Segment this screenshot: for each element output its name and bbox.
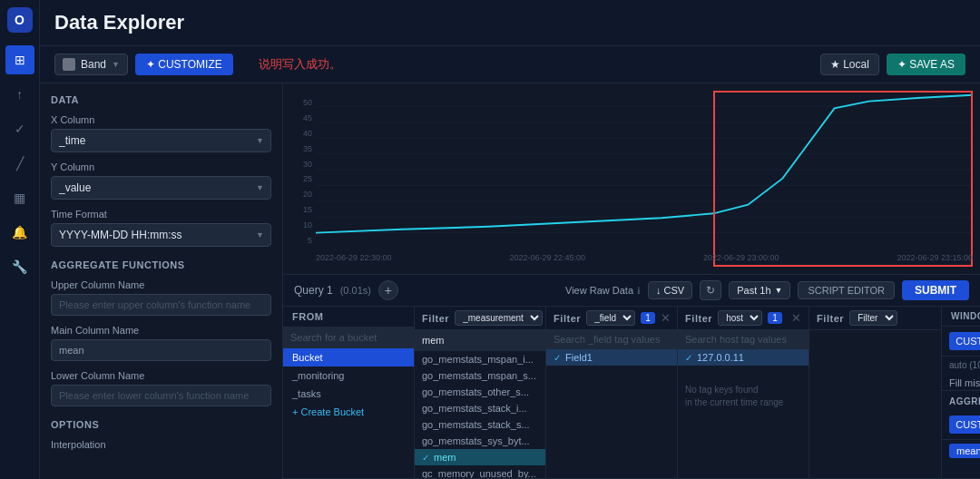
left-panel: Data X Column _time Y Column _value Time… bbox=[40, 83, 283, 479]
filter-label-1: Filter bbox=[422, 313, 449, 324]
y-label-40: 40 bbox=[290, 129, 316, 138]
band-select[interactable]: Band ▼ bbox=[54, 54, 128, 75]
upper-column-input[interactable] bbox=[51, 294, 271, 316]
sidebar-item-calendar[interactable]: ▦ bbox=[5, 183, 34, 212]
x-column-label: X Column bbox=[51, 114, 271, 125]
no-tag-message: No tag keys foundin the current time ran… bbox=[678, 366, 808, 413]
field-dropdown[interactable]: _field bbox=[586, 310, 635, 326]
lower-column-label: Lower Column Name bbox=[51, 370, 271, 381]
y-column-select[interactable]: _value bbox=[51, 176, 271, 200]
sidebar-item-upload[interactable]: ↑ bbox=[5, 80, 34, 109]
toolbar: Band ▼ ✦ CUSTOMIZE 说明写入成功。 ★ Local ✦ SAV… bbox=[40, 46, 980, 83]
bucket-item-bucket[interactable]: Bucket bbox=[283, 348, 414, 367]
filter-item-mspan-i[interactable]: go_memstats_mspan_i... bbox=[415, 351, 545, 367]
aggregate-fn-btn-row: CUSTOM AUTO bbox=[949, 415, 980, 434]
csv-button[interactable]: ↓ CSV bbox=[648, 281, 692, 299]
x-label-2: 2022-06-29 22:45:00 bbox=[509, 253, 585, 262]
filter-label-2: Filter bbox=[554, 313, 581, 324]
filter-col-host: Filter host 1 ✕ ✓ 127.0.0.11 bbox=[678, 307, 809, 478]
field-close-icon[interactable]: ✕ bbox=[661, 311, 671, 325]
past-button[interactable]: Past 1h ▼ bbox=[729, 281, 790, 299]
query-bar: Query 1 (0.01s) + View Raw Data ℹ ↓ CSV … bbox=[283, 274, 980, 307]
filter-col-measurement: Filter _measurement 1 ✕ ✕ go_memstats_ms… bbox=[415, 307, 546, 478]
auto-text: auto (10s) bbox=[942, 357, 980, 374]
measurement-dropdown[interactable]: _measurement bbox=[455, 310, 543, 326]
measurement-search: ✕ bbox=[415, 330, 545, 351]
main-column-input[interactable] bbox=[51, 339, 271, 361]
filter-item-stack-i[interactable]: go_memstats_stack_i... bbox=[415, 400, 545, 416]
y-label-45: 45 bbox=[290, 113, 316, 122]
y-label-5: 5 bbox=[290, 236, 316, 245]
past-dropdown-icon: ▼ bbox=[775, 286, 783, 295]
window-period-btn-row: CUSTOM AUTO bbox=[949, 332, 980, 350]
chart-main: 50 45 40 35 30 25 20 15 10 5 bbox=[283, 83, 980, 479]
aggregate-fn-options: mean last bbox=[942, 440, 980, 462]
filter-item-host1[interactable]: ✓ 127.0.0.11 bbox=[678, 349, 808, 366]
x-label-4: 2022-06-29 23:15:00 bbox=[897, 253, 973, 262]
sidebar-item-chart[interactable]: ╱ bbox=[5, 149, 34, 178]
success-message: 说明写入成功。 bbox=[259, 56, 341, 73]
host-check-icon: ✓ bbox=[685, 353, 692, 363]
host-search-input[interactable] bbox=[685, 334, 810, 345]
sidebar: O ⊞ ↑ ✓ ╱ ▦ 🔔 🔧 bbox=[0, 0, 40, 479]
y-label-25: 25 bbox=[290, 174, 316, 183]
host-dropdown[interactable]: host bbox=[718, 310, 762, 326]
x-axis: 2022-06-29 22:30:00 2022-06-29 22:45:00 … bbox=[316, 249, 973, 267]
filter-item-sys-byt[interactable]: go_memstats_sys_byt... bbox=[415, 433, 545, 449]
aggregate-fn-buttons: CUSTOM AUTO bbox=[942, 410, 980, 440]
filter-row: FROM Bucket _monitoring _tasks + Create … bbox=[283, 307, 980, 479]
query-label: Query 1 bbox=[294, 284, 333, 297]
view-raw-data[interactable]: View Raw Data ℹ bbox=[565, 285, 641, 296]
custom2-button[interactable]: CUSTOM bbox=[949, 415, 980, 434]
band-label: Band bbox=[81, 58, 106, 71]
x-label-1: 2022-06-29 22:30:00 bbox=[316, 253, 392, 262]
add-query-button[interactable]: + bbox=[378, 280, 398, 300]
filter-col-field: Filter _field 1 ✕ ✓ Field1 bbox=[546, 307, 678, 478]
submit-button[interactable]: SUBMIT bbox=[902, 280, 969, 300]
band-icon bbox=[63, 58, 75, 71]
filter-header-host: Filter host 1 ✕ bbox=[678, 307, 808, 330]
sidebar-item-check[interactable]: ✓ bbox=[5, 114, 34, 143]
filter-item-mspan-s[interactable]: go_memstats_mspan_s... bbox=[415, 367, 545, 384]
bucket-item-tasks[interactable]: _tasks bbox=[283, 385, 414, 403]
bucket-create[interactable]: + Create Bucket bbox=[283, 403, 414, 421]
sidebar-item-wrench[interactable]: 🔧 bbox=[5, 252, 34, 281]
custom-button[interactable]: CUSTOM bbox=[949, 332, 980, 350]
filter-item-field1[interactable]: ✓ Field1 bbox=[546, 349, 677, 366]
main-area: Data Explorer Band ▼ ✦ CUSTOMIZE 说明写入成功。… bbox=[40, 0, 980, 479]
query-bar-right: View Raw Data ℹ ↓ CSV ↻ Past 1h ▼ SCRIPT… bbox=[565, 280, 969, 300]
filter-item-stack-s[interactable]: go_memstats_stack_s... bbox=[415, 416, 545, 433]
y-label-10: 10 bbox=[290, 220, 316, 230]
bucket-search-input[interactable] bbox=[283, 327, 414, 348]
sidebar-item-bell[interactable]: 🔔 bbox=[5, 218, 34, 247]
field-search-input[interactable] bbox=[554, 334, 679, 345]
filter-item-other-s[interactable]: go_memstats_other_s... bbox=[415, 384, 545, 400]
main-column-label: Main Column Name bbox=[51, 325, 271, 336]
measurement-search-input[interactable] bbox=[422, 335, 547, 346]
filter-item-qc[interactable]: qc_memory_unused_by... bbox=[415, 465, 545, 478]
sidebar-item-dashboard[interactable]: ⊞ bbox=[5, 45, 34, 74]
bucket-item-monitoring[interactable]: _monitoring bbox=[283, 367, 414, 385]
filter-header-measurement: Filter _measurement 1 ✕ bbox=[415, 307, 545, 330]
time-format-label: Time Format bbox=[51, 209, 271, 220]
local-button[interactable]: ★ Local bbox=[820, 54, 879, 75]
script-editor-button[interactable]: SCRIPT EDITOR bbox=[798, 281, 895, 299]
x-column-select[interactable]: _time bbox=[51, 129, 271, 152]
info-icon: ℹ bbox=[637, 286, 641, 296]
y-axis: 50 45 40 35 30 25 20 15 10 5 bbox=[290, 98, 316, 245]
refresh-button[interactable]: ↻ bbox=[700, 280, 721, 300]
field1-check-icon: ✓ bbox=[554, 353, 561, 363]
lower-column-input[interactable] bbox=[51, 385, 271, 406]
save-as-button[interactable]: ✦ SAVE AS bbox=[887, 54, 965, 75]
host-close-icon[interactable]: ✕ bbox=[791, 311, 801, 325]
mean-option[interactable]: mean bbox=[949, 444, 980, 458]
aggregate-section-label: Aggregate Functions bbox=[51, 259, 271, 270]
host-search bbox=[678, 330, 808, 349]
filter4-dropdown[interactable]: Filter bbox=[849, 310, 897, 326]
measurement-items-list: go_memstats_mspan_i... go_memstats_mspan… bbox=[415, 351, 545, 478]
time-format-select[interactable]: YYYY-MM-DD HH:mm:ss bbox=[51, 223, 271, 247]
query-time: (0.01s) bbox=[340, 285, 371, 296]
filter-item-mem[interactable]: ✓ mem bbox=[415, 449, 545, 465]
customize-button[interactable]: ✦ CUSTOMIZE bbox=[135, 54, 233, 75]
chart-area: 50 45 40 35 30 25 20 15 10 5 bbox=[290, 91, 973, 267]
